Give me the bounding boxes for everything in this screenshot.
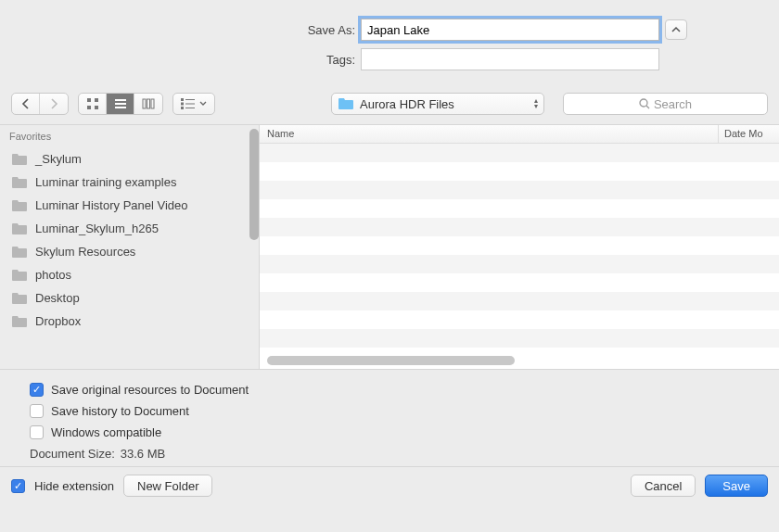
save-button[interactable]: Save [705,475,768,497]
location-label: Aurora HDR Files [360,97,454,111]
toolbar: Aurora HDR Files ▴▾ Search [0,87,779,124]
options-panel: ✓ Save original resources to Document Sa… [0,370,779,466]
save-form: Save As: Tags: [0,0,779,87]
windows-compat-checkbox[interactable] [30,425,44,439]
windows-compat-label: Windows compatible [51,425,161,439]
search-placeholder: Search [654,97,692,111]
sidebar-item[interactable]: Luminar History Panel Video [0,194,259,217]
svg-point-16 [640,99,647,107]
cancel-button[interactable]: Cancel [631,475,696,497]
doc-size-value: 33.6 MB [121,447,165,461]
sidebar-item[interactable]: Skylum Resources [0,240,259,263]
column-name[interactable]: Name [260,125,719,143]
group-icon [181,98,196,109]
save-history-label: Save history to Document [51,404,189,418]
save-as-input[interactable] [361,19,659,41]
sidebar-item-label: Skylum Resources [35,245,135,259]
svg-rect-11 [185,99,195,100]
folder-icon [11,222,28,235]
save-resources-checkbox[interactable]: ✓ [30,383,44,397]
list-view-icon [114,98,127,109]
sidebar-item-label: Luminar training examples [35,175,176,189]
sidebar-item-label: _Skylum [35,152,82,166]
svg-rect-2 [87,106,91,109]
column-headers: Name Date Mo [260,125,779,144]
updown-icon: ▴▾ [534,98,538,109]
view-mode-switch [78,93,163,115]
folder-icon [11,246,28,259]
tags-label: Tags: [92,53,361,67]
chevron-left-icon [21,98,31,109]
folder-icon [11,153,28,166]
sidebar-scrollbar[interactable] [249,129,259,240]
sidebar-item-label: Dropbox [35,314,81,328]
svg-rect-10 [181,98,184,101]
view-columns-button[interactable] [134,94,162,114]
search-icon [639,98,650,109]
svg-rect-7 [143,99,146,108]
hide-extension-checkbox[interactable]: ✓ [11,479,25,493]
column-view-icon [142,98,155,109]
svg-rect-4 [115,99,126,101]
forward-button[interactable] [40,94,68,114]
sidebar-item-label: Luminar_Skylum_h265 [35,222,159,235]
location-select[interactable]: Aurora HDR Files ▴▾ [331,93,544,115]
tags-input[interactable] [361,48,659,70]
folder-icon [338,97,354,110]
svg-rect-8 [147,99,150,108]
group-by-button[interactable] [172,93,215,115]
footer: ✓ Hide extension New Folder Cancel Save [0,466,779,504]
sidebar-item[interactable]: photos [0,263,259,286]
svg-rect-3 [95,106,98,109]
chevron-down-icon [199,101,207,107]
svg-rect-5 [115,103,126,105]
save-as-label: Save As: [92,23,361,37]
collapse-button[interactable] [665,19,687,40]
folder-icon [11,315,28,328]
view-icons-button[interactable] [79,94,107,114]
view-list-button[interactable] [107,94,134,114]
sidebar-item[interactable]: _Skylum [0,147,259,171]
svg-rect-12 [181,103,184,106]
sidebar-item[interactable]: Dropbox [0,310,259,333]
save-history-checkbox[interactable] [30,404,44,418]
sidebar-section-favorites: Favorites [0,125,259,147]
browser-split: Favorites _SkylumLuminar training exampl… [0,124,779,370]
folder-icon [11,269,28,282]
file-list-pane: Name Date Mo [260,125,779,369]
svg-rect-13 [185,104,195,105]
sidebar-item-label: photos [35,268,71,282]
hide-extension-label: Hide extension [34,479,114,493]
column-date[interactable]: Date Mo [719,125,779,143]
file-horizontal-scrollbar[interactable] [267,356,772,365]
svg-rect-14 [181,107,184,109]
icon-view-icon [86,97,99,110]
svg-rect-6 [115,107,126,108]
folder-icon [11,292,28,305]
sidebar-item-label: Desktop [35,291,80,305]
svg-line-17 [646,106,649,108]
sidebar-item[interactable]: Desktop [0,286,259,310]
sidebar-item-label: Luminar History Panel Video [35,198,188,212]
save-resources-label: Save original resources to Document [51,383,249,397]
chevron-right-icon [49,98,58,109]
folder-icon [11,176,28,189]
new-folder-button[interactable]: New Folder [123,475,212,497]
back-button[interactable] [12,94,40,114]
sidebar-item[interactable]: Luminar training examples [0,171,259,194]
folder-icon [11,199,28,212]
svg-rect-0 [87,98,91,102]
sidebar: Favorites _SkylumLuminar training exampl… [0,125,260,369]
svg-rect-1 [95,98,98,102]
search-input[interactable]: Search [563,93,768,115]
chevron-up-icon [671,26,681,33]
doc-size-label: Document Size: [30,447,115,461]
svg-rect-15 [185,108,195,108]
svg-rect-9 [151,99,154,108]
file-rows [260,144,779,369]
sidebar-item[interactable]: Luminar_Skylum_h265 [0,217,259,240]
nav-back-forward [11,93,69,115]
